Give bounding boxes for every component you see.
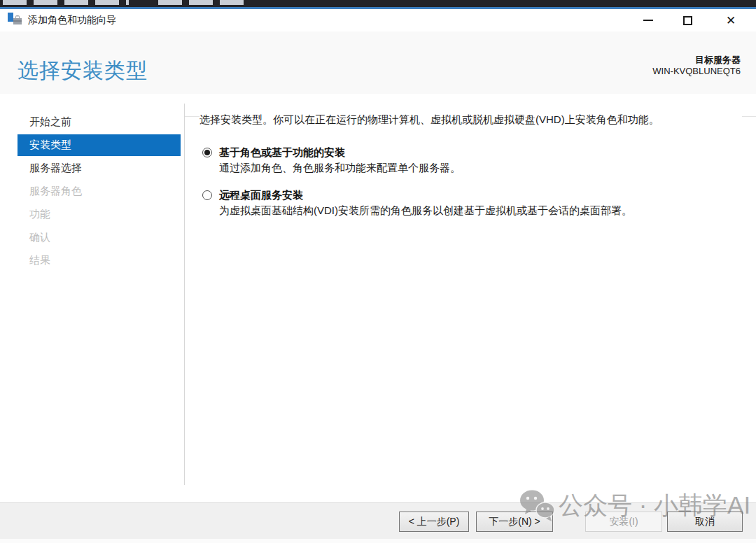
install-button: 安装(I) <box>585 512 662 532</box>
title-bar[interactable]: 添加角色和功能向导 ✕ <box>0 9 756 31</box>
radio-remote-desktop[interactable] <box>202 190 212 200</box>
wizard-steps-sidebar: 开始之前 安装类型 服务器选择 服务器角色 功能 确认 结果 <box>0 94 184 502</box>
target-server-box: 目标服务器 WIN-KVQBLUNEQT6 <box>652 55 741 77</box>
cancel-button[interactable]: 取消 <box>667 512 743 532</box>
add-roles-features-wizard-dialog: 添加角色和功能向导 ✕ 选择安装类型 目标服务器 WIN-KVQBLUNEQT6… <box>0 9 756 539</box>
sidebar-item-results: 结果 <box>0 249 184 272</box>
sidebar-separator <box>184 104 185 485</box>
sidebar-item-before-you-begin[interactable]: 开始之前 <box>0 111 184 134</box>
previous-button[interactable]: < 上一步(P) <box>399 512 469 532</box>
target-server-name: WIN-KVQBLUNEQT6 <box>652 66 741 77</box>
option-label[interactable]: 基于角色或基于功能的安装 <box>219 146 345 160</box>
close-button[interactable]: ✕ <box>715 9 746 31</box>
background-window-strip <box>0 0 756 7</box>
background-window-fragment <box>158 0 246 5</box>
maximize-icon <box>683 16 692 25</box>
close-icon: ✕ <box>726 15 736 27</box>
option-description: 通过添加角色、角色服务和功能来配置单个服务器。 <box>219 162 461 175</box>
option-description: 为虚拟桌面基础结构(VDI)安装所需的角色服务以创建基于虚拟机或基于会话的桌面部… <box>219 204 632 218</box>
option-label[interactable]: 远程桌面服务安装 <box>219 189 303 202</box>
wizard-header: 选择安装类型 目标服务器 WIN-KVQBLUNEQT6 <box>0 31 756 94</box>
window-title: 添加角色和功能向导 <box>28 14 116 27</box>
wizard-content: 选择安装类型。你可以在正在运行的物理计算机、虚拟机或脱机虚拟硬盘(VHD)上安装… <box>200 94 742 502</box>
wizard-footer: < 上一步(P) 下一步(N) > 安装(I) 取消 <box>0 502 756 539</box>
intro-text: 选择安装类型。你可以在正在运行的物理计算机、虚拟机或脱机虚拟硬盘(VHD)上安装… <box>200 113 738 127</box>
sidebar-item-confirmation: 确认 <box>0 226 184 249</box>
sidebar-item-features: 功能 <box>0 203 184 226</box>
page-title: 选择安装类型 <box>18 57 148 85</box>
roles-features-wizard-icon <box>8 13 23 27</box>
background-window-fragment <box>3 0 129 5</box>
sidebar-item-server-selection[interactable]: 服务器选择 <box>0 157 184 180</box>
sidebar-item-installation-type[interactable]: 安装类型 <box>18 134 181 156</box>
target-server-label: 目标服务器 <box>652 55 741 66</box>
minimize-icon <box>643 20 653 21</box>
maximize-button[interactable] <box>672 9 703 31</box>
minimize-button[interactable] <box>633 9 664 31</box>
next-button[interactable]: 下一步(N) > <box>476 512 553 532</box>
radio-role-based[interactable] <box>202 148 212 157</box>
sidebar-item-server-roles: 服务器角色 <box>0 180 184 203</box>
